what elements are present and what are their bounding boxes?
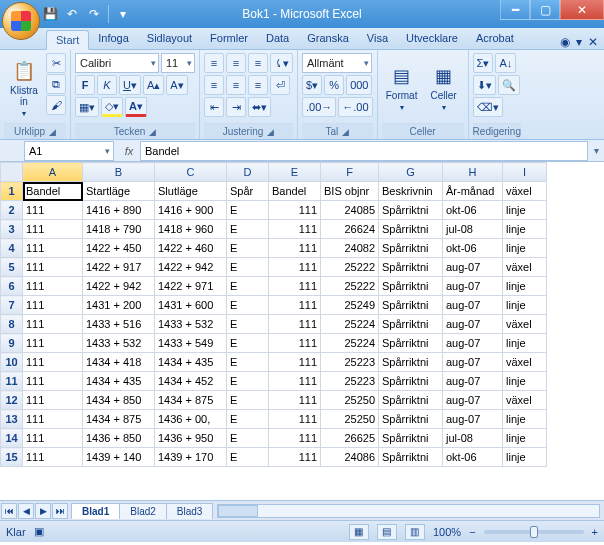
cell[interactable]: 1418 + 790 <box>83 220 155 239</box>
minimize-ribbon-icon[interactable]: ▾ <box>576 35 582 49</box>
cell[interactable]: växel <box>503 182 547 201</box>
last-sheet-button[interactable]: ⏭ <box>52 503 68 519</box>
cell[interactable]: Spårriktni <box>379 353 443 372</box>
cell[interactable]: 1422 + 971 <box>155 277 227 296</box>
cell[interactable]: linje <box>503 239 547 258</box>
app-close-icon[interactable]: ✕ <box>588 35 598 49</box>
cell[interactable]: 1422 + 450 <box>83 239 155 258</box>
cell[interactable]: Spårriktni <box>379 334 443 353</box>
zoom-level[interactable]: 100% <box>433 526 461 538</box>
cell[interactable]: 111 <box>23 277 83 296</box>
normal-view-button[interactable]: ▦ <box>349 524 369 540</box>
page-break-view-button[interactable]: ▥ <box>405 524 425 540</box>
cell[interactable]: E <box>227 448 269 467</box>
office-button[interactable] <box>2 2 40 40</box>
row-header-8[interactable]: 8 <box>1 315 23 334</box>
row-header-1[interactable]: 1 <box>1 182 23 201</box>
col-header-A[interactable]: A <box>23 163 83 182</box>
name-box[interactable]: A1 <box>24 141 114 161</box>
close-button[interactable]: ✕ <box>560 0 604 20</box>
cell[interactable]: 111 <box>23 334 83 353</box>
number-format-combo[interactable]: Allmänt <box>302 53 372 73</box>
cell[interactable]: År-månad <box>443 182 503 201</box>
row-header-11[interactable]: 11 <box>1 372 23 391</box>
tab-acrobat[interactable]: Acrobat <box>467 29 523 49</box>
macro-record-icon[interactable]: ▣ <box>34 525 44 538</box>
cell[interactable]: Spårriktni <box>379 448 443 467</box>
fill-button[interactable]: ⬇▾ <box>473 75 496 95</box>
orientation-button[interactable]: ⤹▾ <box>270 53 293 73</box>
cell[interactable]: linje <box>503 410 547 429</box>
cell[interactable]: 111 <box>23 220 83 239</box>
cell[interactable]: aug-07 <box>443 372 503 391</box>
cell[interactable]: 111 <box>23 372 83 391</box>
col-header-F[interactable]: F <box>321 163 379 182</box>
cell[interactable]: 1434 + 452 <box>155 372 227 391</box>
cell[interactable]: 111 <box>269 353 321 372</box>
cell[interactable]: 25223 <box>321 353 379 372</box>
align-right-button[interactable]: ≡ <box>248 75 268 95</box>
cell[interactable]: 1422 + 942 <box>83 277 155 296</box>
cell[interactable]: 111 <box>269 220 321 239</box>
cell[interactable]: E <box>227 315 269 334</box>
cell[interactable]: 24085 <box>321 201 379 220</box>
fill-color-button[interactable]: ◇▾ <box>101 97 123 117</box>
sheet-tab-blad3[interactable]: Blad3 <box>166 503 214 519</box>
cell[interactable]: 1436 + 850 <box>83 429 155 448</box>
col-header-E[interactable]: E <box>269 163 321 182</box>
col-header-I[interactable]: I <box>503 163 547 182</box>
cell[interactable]: aug-07 <box>443 410 503 429</box>
cell[interactable]: 26625 <box>321 429 379 448</box>
prev-sheet-button[interactable]: ◀ <box>18 503 34 519</box>
merge-button[interactable]: ⬌▾ <box>248 97 271 117</box>
cell[interactable]: 111 <box>23 353 83 372</box>
cell[interactable]: E <box>227 201 269 220</box>
cell[interactable]: E <box>227 258 269 277</box>
cell[interactable]: 1433 + 532 <box>155 315 227 334</box>
zoom-slider[interactable] <box>484 530 584 534</box>
cell[interactable]: 25250 <box>321 410 379 429</box>
italic-button[interactable]: K <box>97 75 117 95</box>
grow-font-button[interactable]: A▴ <box>143 75 164 95</box>
cell[interactable]: E <box>227 334 269 353</box>
cell[interactable]: Spårriktni <box>379 296 443 315</box>
copy-button[interactable]: ⧉ <box>46 74 66 94</box>
cell[interactable]: 111 <box>23 239 83 258</box>
autosum-button[interactable]: Σ▾ <box>473 53 494 73</box>
wrap-text-button[interactable]: ⏎ <box>270 75 290 95</box>
format-painter-button[interactable]: 🖌 <box>46 95 66 115</box>
format-button[interactable]: ▤ Format▾ <box>382 53 422 123</box>
cell[interactable]: 111 <box>23 315 83 334</box>
cell[interactable]: 1422 + 460 <box>155 239 227 258</box>
decrease-decimal-button[interactable]: ←.00 <box>338 97 372 117</box>
cell[interactable]: Slutläge <box>155 182 227 201</box>
row-header-10[interactable]: 10 <box>1 353 23 372</box>
cell[interactable]: linje <box>503 372 547 391</box>
cell[interactable]: okt-06 <box>443 201 503 220</box>
cell[interactable]: 1431 + 200 <box>83 296 155 315</box>
cell[interactable]: 1436 + 950 <box>155 429 227 448</box>
cell[interactable]: 1434 + 418 <box>83 353 155 372</box>
minimize-button[interactable]: ━ <box>500 0 530 20</box>
find-button[interactable]: 🔍 <box>498 75 520 95</box>
cell[interactable]: Bandel <box>269 182 321 201</box>
cell[interactable]: Startläge <box>83 182 155 201</box>
cell[interactable]: 1416 + 900 <box>155 201 227 220</box>
col-header-D[interactable]: D <box>227 163 269 182</box>
cell[interactable]: 1439 + 170 <box>155 448 227 467</box>
cell[interactable]: 111 <box>23 448 83 467</box>
cell[interactable]: 111 <box>269 296 321 315</box>
cell[interactable]: E <box>227 220 269 239</box>
cell[interactable]: Spårriktni <box>379 277 443 296</box>
cell[interactable]: 111 <box>269 391 321 410</box>
cell[interactable]: jul-08 <box>443 429 503 448</box>
cell[interactable]: 26624 <box>321 220 379 239</box>
cell[interactable]: E <box>227 410 269 429</box>
cell[interactable]: 25222 <box>321 277 379 296</box>
cell[interactable]: 111 <box>23 391 83 410</box>
cell[interactable]: 1433 + 516 <box>83 315 155 334</box>
align-center-button[interactable]: ≡ <box>226 75 246 95</box>
row-header-9[interactable]: 9 <box>1 334 23 353</box>
clear-button[interactable]: ⌫▾ <box>473 97 503 117</box>
cell[interactable]: 25224 <box>321 315 379 334</box>
